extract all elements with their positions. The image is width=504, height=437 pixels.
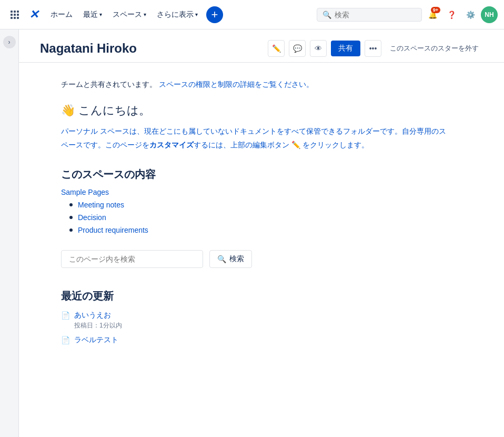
edit-button[interactable]: ✏️ — [268, 40, 285, 57]
more-options-button[interactable]: ••• — [365, 40, 381, 57]
nav-more[interactable]: さらに表示 ▾ — [153, 7, 202, 23]
chevron-down-icon: ▾ — [99, 12, 102, 17]
share-button[interactable]: 共有 — [331, 41, 360, 56]
notification-badge: 9+ — [431, 7, 440, 13]
list-item: Product requirements — [69, 226, 450, 234]
bullet-icon — [69, 216, 73, 219]
page-link[interactable]: Product requirements — [78, 226, 148, 234]
recent-list: 📄 あいうえお 投稿日：1分以内 📄 ラベルテスト — [61, 311, 450, 345]
bullet-icon — [69, 229, 73, 232]
nav-home[interactable]: ホーム — [46, 7, 77, 23]
greeting-section: 👋 こんにちは。 パーソナル スペースは、現在どこにも属していないドキュメントを… — [61, 103, 450, 151]
grid-icon — [11, 11, 19, 19]
page-body: チームと共有されています。 スペースの権限と制限の詳細をご覧ください。 👋 こん… — [19, 63, 492, 371]
nav-recent[interactable]: 最近 ▾ — [79, 7, 106, 23]
logo-icon: ✕ — [29, 8, 38, 22]
help-button[interactable]: ❓ — [443, 6, 460, 23]
recent-item-link[interactable]: ラベルテスト — [74, 335, 118, 345]
list-item: Decision — [69, 213, 450, 222]
comment-button[interactable]: 💬 — [289, 40, 306, 57]
list-item: 📄 ラベルテスト — [61, 335, 450, 345]
recent-item-link[interactable]: あいうえお — [74, 311, 122, 320]
pages-list: Meeting notesDecisionProduct requirement… — [61, 201, 450, 234]
topnav: ✕ ホーム 最近 ▾ スペース ▾ さらに表示 ▾ + 🔍 🔔 9+ ❓ ⚙️ … — [0, 0, 504, 29]
notification-button[interactable]: 🔔 9+ — [424, 6, 441, 23]
layout: › Nagatani Hiroko ✏️ 💬 👁 共有 ••• このスペースのス… — [0, 29, 504, 437]
watch-button[interactable]: 👁 — [310, 40, 327, 57]
document-icon: 📄 — [61, 336, 70, 344]
recent-updates-title: 最近の更新 — [61, 289, 450, 303]
sample-pages-link[interactable]: Sample Pages — [61, 188, 450, 196]
bullet-icon — [69, 203, 73, 206]
logo[interactable]: ✕ — [25, 6, 42, 23]
search-icon: 🔍 — [217, 255, 226, 263]
list-item: 📄 あいうえお 投稿日：1分以内 — [61, 311, 450, 330]
greeting-text: 👋 こんにちは。 — [61, 103, 450, 118]
gear-icon: ⚙️ — [466, 11, 475, 19]
search-box[interactable]: 🔍 — [317, 8, 422, 22]
page-search-button[interactable]: 🔍 検索 — [209, 250, 252, 268]
avatar[interactable]: NH — [481, 6, 498, 23]
recent-item-meta: 投稿日：1分以内 — [74, 321, 122, 330]
description-bold: カスタマイズ — [149, 141, 194, 149]
page-link[interactable]: Decision — [78, 213, 106, 222]
permissions-link[interactable]: スペースの権限と制限の詳細をご覧ください。 — [159, 80, 314, 88]
settings-button[interactable]: ⚙️ — [462, 6, 479, 23]
star-space-button[interactable]: このスペースのスターを外す — [386, 42, 483, 55]
create-button[interactable]: + — [206, 6, 223, 23]
help-icon: ❓ — [447, 11, 456, 19]
share-notice: チームと共有されています。 スペースの権限と制限の詳細をご覧ください。 — [61, 78, 450, 90]
sidebar-toggle-button[interactable]: › — [3, 36, 16, 48]
page-actions: ✏️ 💬 👁 共有 ••• このスペースのスターを外す — [268, 40, 483, 57]
description-text: パーソナル スペースは、現在どこにも属していないドキュメントをすべて保管できるフ… — [61, 125, 450, 151]
chevron-down-icon: ▾ — [144, 12, 146, 17]
chevron-down-icon: ▾ — [195, 12, 198, 17]
apps-button[interactable] — [6, 6, 23, 23]
page-link[interactable]: Meeting notes — [78, 201, 124, 209]
page-search-input[interactable] — [61, 250, 203, 268]
page-search-section: 🔍 検索 — [61, 250, 450, 268]
search-input[interactable] — [335, 11, 414, 19]
document-icon: 📄 — [61, 311, 70, 320]
list-item: Meeting notes — [69, 201, 450, 209]
main-content: Nagatani Hiroko ✏️ 💬 👁 共有 ••• このスペースのスター… — [19, 29, 504, 437]
search-icon: 🔍 — [322, 11, 331, 19]
page-title: Nagatani Hiroko — [40, 41, 137, 56]
page-header: Nagatani Hiroko ✏️ 💬 👁 共有 ••• このスペースのスター… — [19, 29, 504, 63]
nav-spaces[interactable]: スペース ▾ — [108, 7, 150, 23]
space-content-title: このスペースの内容 — [61, 167, 450, 182]
sidebar-toggle-area: › — [0, 29, 19, 437]
